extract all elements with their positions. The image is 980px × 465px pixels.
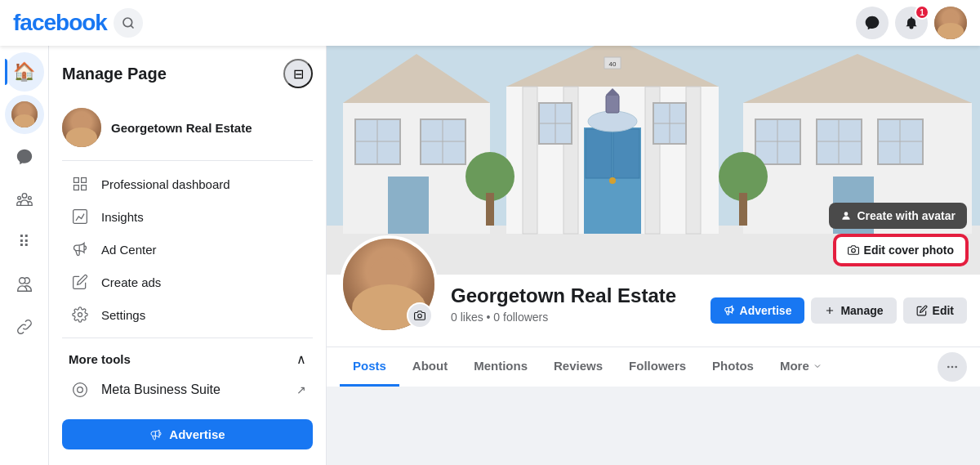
megaphone-profile-icon — [724, 305, 735, 316]
tab-followers-label: Followers — [629, 359, 686, 373]
notifications-button[interactable]: 1 — [895, 7, 928, 39]
advertise-button[interactable]: Advertise — [62, 419, 313, 449]
rail-apps[interactable]: ⠿ — [5, 222, 44, 262]
groups-icon — [16, 275, 33, 293]
rail-link[interactable] — [5, 307, 44, 347]
sidebar-label-ad-center: Ad Center — [101, 243, 157, 257]
change-profile-photo-button[interactable] — [407, 302, 433, 329]
page-name-sidebar: Georgetown Real Estate — [111, 121, 252, 135]
facebook-logo: facebook — [13, 10, 107, 36]
profile-edit-button[interactable]: Edit — [903, 297, 967, 324]
advertise-btn-label: Advertise — [169, 427, 225, 441]
notification-badge: 1 — [915, 5, 929, 20]
svg-rect-55 — [486, 193, 494, 226]
tab-posts-label: Posts — [353, 359, 386, 373]
messenger-button[interactable] — [856, 7, 889, 39]
tab-posts[interactable]: Posts — [340, 347, 399, 387]
page-identity[interactable]: Georgetown Real Estate — [62, 101, 313, 154]
sidebar: Manage Page ⊟ Georgetown Real Estate Pro… — [49, 46, 327, 465]
nav-right: 1 — [856, 7, 967, 39]
external-link-icon: ↗ — [296, 383, 306, 396]
user-avatar[interactable] — [934, 7, 967, 39]
svg-rect-30 — [588, 111, 637, 132]
profile-manage-label: Manage — [840, 304, 883, 317]
settings-icon — [69, 306, 91, 323]
svg-rect-23 — [523, 87, 537, 234]
camera-profile-icon — [414, 310, 425, 321]
meta-suite-label: Meta Business Suite — [101, 382, 220, 397]
sidebar-item-insights[interactable]: Insights — [62, 200, 313, 233]
sidebar-item-create-ads[interactable]: Create ads — [62, 266, 313, 298]
messenger-icon — [864, 15, 880, 31]
sidebar-item-professional-dashboard[interactable]: Professional dashboard — [62, 168, 313, 200]
sidebar-item-ad-center[interactable]: Ad Center — [62, 233, 313, 266]
pencil-icon — [916, 305, 928, 316]
svg-point-61 — [947, 366, 950, 369]
tab-reviews[interactable]: Reviews — [541, 347, 616, 387]
meta-suite-left: Meta Business Suite — [69, 382, 220, 398]
tab-mentions-label: Mentions — [474, 359, 528, 373]
sidebar-header: Manage Page ⊟ — [62, 59, 313, 88]
tab-photos-label: Photos — [712, 359, 754, 373]
tabs-list: Posts About Mentions Reviews Followers P… — [340, 347, 835, 387]
svg-line-1 — [131, 25, 133, 28]
edit-cover-photo-button[interactable]: Edit cover photo — [835, 235, 967, 265]
svg-point-8 — [74, 383, 87, 397]
svg-rect-38 — [606, 95, 619, 113]
svg-rect-5 — [82, 186, 87, 190]
tab-followers[interactable]: Followers — [616, 347, 699, 387]
cover-actions: Create with avatar Edit cover photo — [829, 203, 967, 265]
create-avatar-button[interactable]: Create with avatar — [829, 203, 967, 229]
chevron-down-icon — [813, 361, 822, 371]
insights-icon — [69, 208, 91, 225]
rail-messenger[interactable] — [5, 137, 44, 177]
top-navigation: facebook 1 — [0, 0, 980, 46]
sidebar-label-settings: Settings — [101, 308, 145, 322]
edit-cover-label: Edit cover photo — [864, 244, 954, 257]
rail-friends[interactable] — [5, 180, 44, 219]
megaphone-svg — [72, 241, 88, 257]
rail-home[interactable]: 🏠 — [5, 52, 44, 92]
ellipsis-icon — [946, 360, 959, 373]
svg-rect-28 — [586, 129, 612, 178]
chevron-up-icon: ∧ — [296, 351, 306, 367]
more-tools-toggle[interactable]: More tools ∧ — [62, 345, 313, 373]
meta-suite-icon — [69, 382, 91, 398]
page-tabs-bar: Posts About Mentions Reviews Followers P… — [327, 347, 980, 387]
rail-groups[interactable] — [5, 265, 44, 304]
profile-edit-label: Edit — [933, 304, 954, 317]
tab-about[interactable]: About — [399, 347, 461, 387]
tab-mentions[interactable]: Mentions — [461, 347, 541, 387]
svg-point-58 — [844, 212, 849, 216]
nav-left: facebook — [13, 8, 143, 38]
profile-advertise-button[interactable]: Advertise — [710, 297, 805, 324]
profile-section: Georgetown Real Estate 0 likes • 0 follo… — [327, 275, 980, 347]
tab-about-label: About — [412, 359, 448, 373]
svg-rect-6 — [74, 210, 87, 224]
profile-advertise-label: Advertise — [740, 304, 792, 317]
tabs-overflow-button[interactable] — [938, 352, 967, 382]
sidebar-divider — [62, 160, 313, 161]
profile-manage-button[interactable]: Manage — [811, 297, 896, 324]
profile-picture-wrapper — [340, 235, 438, 333]
profile-actions: Advertise Manage Edit — [710, 297, 967, 333]
ad-center-icon — [69, 241, 91, 257]
svg-point-63 — [955, 366, 957, 369]
rail-profile[interactable] — [5, 95, 44, 134]
profile-left: Georgetown Real Estate 0 likes • 0 follo… — [340, 275, 676, 333]
search-button[interactable] — [114, 8, 143, 38]
sidebar-divider-2 — [62, 338, 313, 338]
sidebar-item-meta-business-suite[interactable]: Meta Business Suite ↗ — [62, 373, 313, 406]
tab-more[interactable]: More — [767, 347, 835, 387]
svg-point-59 — [851, 248, 855, 253]
svg-rect-3 — [82, 178, 87, 183]
sidebar-item-settings[interactable]: Settings — [62, 298, 313, 331]
megaphone-btn-icon — [149, 428, 163, 441]
sidebar-label-create-ads: Create ads — [101, 275, 161, 289]
more-tools-label: More tools — [69, 352, 131, 366]
page-title: Georgetown Real Estate — [451, 284, 676, 307]
svg-point-9 — [78, 387, 83, 393]
sidebar-collapse-button[interactable]: ⊟ — [283, 59, 313, 88]
tab-photos[interactable]: Photos — [699, 347, 767, 387]
create-avatar-label: Create with avatar — [857, 209, 956, 222]
